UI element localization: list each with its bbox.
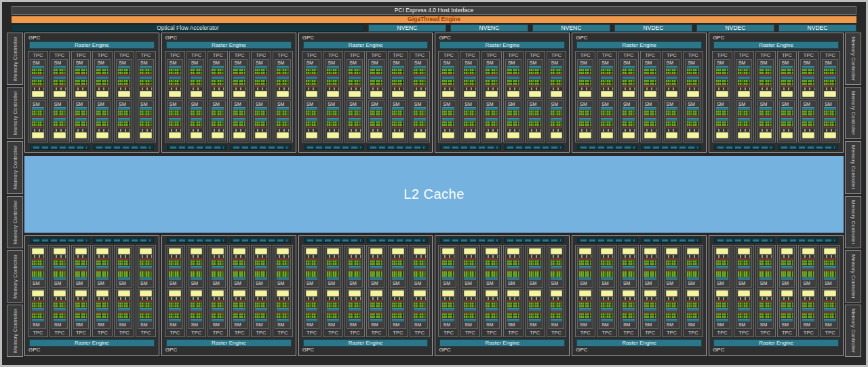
sm-texture-units <box>687 88 699 90</box>
sm-label: SM <box>118 322 130 327</box>
sm-core-grid <box>529 303 541 307</box>
sm-separator-bar <box>306 301 318 302</box>
tpc-box: TPCSMSM <box>438 51 458 142</box>
sm-separator-bar <box>96 301 108 302</box>
tpc-label: TPC <box>252 330 270 336</box>
sm-scheduler-bar <box>191 266 203 269</box>
sm-scheduler-bar <box>140 308 152 311</box>
sm-cache-bar <box>32 290 44 296</box>
sm-box: SM <box>138 100 154 140</box>
sm-scheduler-bar <box>140 319 152 322</box>
sm-core-grid <box>464 303 476 307</box>
sm-core-grid <box>644 121 656 126</box>
sm-scheduler-bar <box>486 118 498 121</box>
sm-texture-units <box>601 88 613 90</box>
sm-cache-bar <box>716 132 728 138</box>
sm-cache-bar <box>277 290 289 296</box>
sm-scheduler-bar <box>716 308 728 311</box>
tpc-box: TPCSMSM <box>618 51 639 142</box>
sm-box: SM <box>505 289 521 330</box>
rop-row <box>304 144 428 150</box>
tpc-label: TPC <box>483 52 500 58</box>
sm-core-grid <box>75 111 87 115</box>
sm-scheduler-bar <box>824 308 836 311</box>
sm-cache-bar <box>169 132 181 138</box>
sm-core-grid <box>169 80 181 85</box>
sm-cache-bar <box>75 248 87 254</box>
sm-core-grid <box>529 271 541 276</box>
sm-separator-bar <box>601 127 613 128</box>
tpc-box: SMSMTPC <box>229 245 250 337</box>
tpc-box: SMSMTPC <box>273 245 293 337</box>
sm-texture-units <box>32 255 44 258</box>
sm-core-grid <box>644 303 656 307</box>
memory-controller-column-right: Memory ControllerMemory ControllerMemory… <box>845 33 861 357</box>
gpc-box: SMSMTPCSMSMTPCSMSMTPCSMSMTPCSMSMTPCSMSMT… <box>709 235 844 356</box>
sm-box: SM <box>779 247 795 288</box>
nvdec-engine-bar: NVDEC <box>778 24 856 32</box>
sm-scheduler-bar <box>507 266 519 269</box>
sm-scheduler-bar <box>738 319 750 322</box>
sm-separator-bar <box>306 311 318 313</box>
sm-box: SM <box>685 289 701 330</box>
sm-core-grid <box>75 313 87 318</box>
sm-texture-units <box>464 129 476 132</box>
l2-cache-block: L2 Cache <box>24 156 844 233</box>
sm-box: SM <box>779 100 795 140</box>
sm-label: SM <box>781 102 793 107</box>
sm-separator-bar <box>233 85 245 87</box>
sm-core-grid <box>551 303 563 307</box>
sm-separator-bar <box>169 116 181 117</box>
sm-core-grid <box>306 80 318 85</box>
sm-label: SM <box>507 322 519 327</box>
sm-label: SM <box>233 281 245 286</box>
sm-separator-bar <box>623 301 635 302</box>
sm-separator-bar <box>760 258 772 260</box>
rop-row <box>167 237 291 243</box>
sm-scheduler-bar <box>486 277 498 280</box>
sm-scheduler-bar <box>327 266 339 269</box>
tpc-label: TPC <box>274 330 292 336</box>
sm-texture-units <box>579 255 591 258</box>
sm-scheduler-bar <box>442 277 454 280</box>
sm-box: SM <box>822 247 838 288</box>
sm-separator-bar <box>666 75 678 76</box>
sm-separator-bar <box>716 75 728 76</box>
sm-scheduler-bar <box>644 77 656 79</box>
sm-label: SM <box>370 281 382 286</box>
sm-core-grid <box>233 271 245 276</box>
sm-box: SM <box>231 289 248 330</box>
gpc-box: GPCRaster EngineTPCSMSMTPCSMSMTPCSMSMTPC… <box>298 33 433 153</box>
sm-scheduler-bar <box>529 266 541 269</box>
tpc-box: TPCSMSM <box>640 51 660 142</box>
sm-box: SM <box>189 59 205 99</box>
sm-separator-bar <box>414 311 426 313</box>
sm-core-grid <box>486 260 498 265</box>
sm-scheduler-bar <box>414 66 426 69</box>
sm-scheduler-bar <box>802 77 814 79</box>
sm-label: SM <box>760 102 772 107</box>
sm-core-grid <box>32 271 44 276</box>
sm-texture-units <box>507 255 519 258</box>
sm-separator-bar <box>140 127 152 128</box>
sm-separator-bar <box>551 75 563 76</box>
sm-core-grid <box>392 271 404 276</box>
sm-box: SM <box>800 289 816 330</box>
sm-scheduler-bar <box>781 308 793 311</box>
sm-box: SM <box>138 247 154 288</box>
sm-core-grid <box>623 303 635 307</box>
sm-core-grid <box>414 260 426 265</box>
sm-separator-bar <box>716 127 728 128</box>
sm-separator-bar <box>191 85 203 87</box>
sm-scheduler-bar <box>486 66 498 69</box>
sm-core-grid <box>687 313 699 318</box>
sm-core-grid <box>370 69 382 74</box>
sm-texture-units <box>327 129 339 132</box>
sm-separator-bar <box>687 311 699 313</box>
sm-separator-bar <box>370 311 382 313</box>
sm-separator-bar <box>802 301 814 302</box>
tpc-label: TPC <box>166 330 184 336</box>
tpc-label: TPC <box>576 330 594 336</box>
sm-label: SM <box>370 60 382 65</box>
sm-box: SM <box>505 247 521 288</box>
